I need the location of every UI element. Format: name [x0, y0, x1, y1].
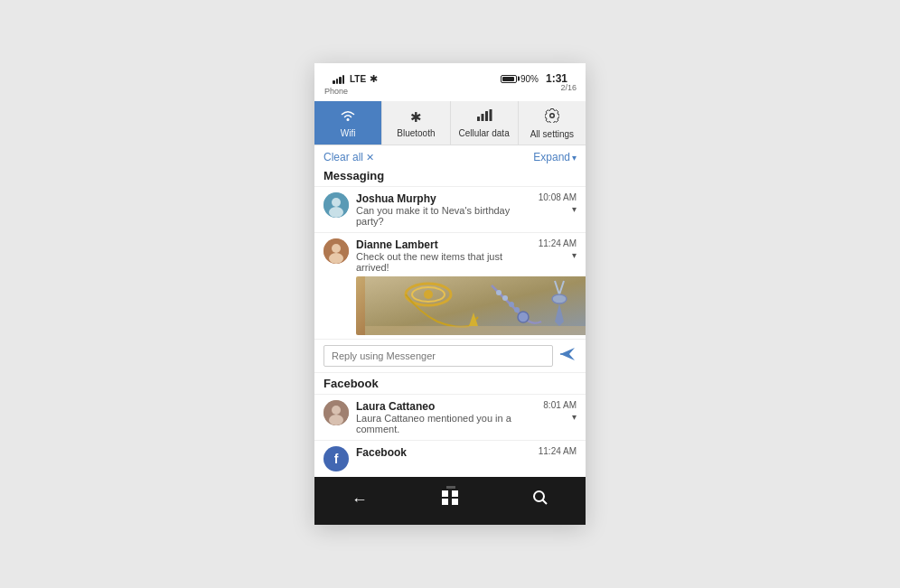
notif-text-dianne: Check out the new items that just arrive… [356, 251, 539, 273]
notif-item-facebook[interactable]: f Facebook 11:24 AM [314, 440, 586, 477]
notif-time-joshua: 10:08 AM ▾ [539, 192, 577, 214]
svg-rect-26 [442, 490, 448, 497]
notif-name-joshua: Joshua Murphy [356, 192, 539, 205]
status-right: 90% 1:31 [501, 72, 567, 85]
svg-rect-22 [365, 326, 586, 335]
clear-all-icon: ✕ [366, 152, 374, 163]
battery-icon [501, 75, 517, 83]
svg-point-21 [552, 294, 567, 303]
notif-time-facebook: 11:24 AM [539, 446, 577, 456]
svg-rect-3 [485, 111, 488, 121]
notif-content-dianne: Dianne Lambert Check out the new items t… [356, 238, 539, 273]
chevron-icon-dianne: ▾ [572, 250, 577, 260]
svg-point-6 [332, 198, 341, 207]
notif-header: Clear all ✕ Expand ▾ [314, 145, 586, 167]
notif-time-laura: 8:01 AM ▾ [543, 400, 577, 422]
home-icon [441, 491, 459, 509]
gear-icon [545, 108, 559, 126]
svg-point-25 [329, 415, 343, 425]
back-button[interactable]: ← [337, 487, 382, 513]
bottom-navigation-bar: ← [314, 477, 586, 525]
svg-point-17 [496, 290, 502, 295]
notif-time-dianne: 11:24 AM ▾ [539, 238, 577, 260]
bluetooth-label: Bluetooth [397, 128, 435, 138]
svg-rect-27 [452, 490, 458, 497]
phone-label: Phone [323, 87, 577, 96]
search-icon [532, 491, 548, 509]
svg-point-14 [424, 290, 433, 299]
svg-rect-1 [477, 117, 480, 121]
svg-point-7 [329, 207, 343, 218]
clear-all-label: Clear all [323, 151, 363, 163]
signal-bar-2 [336, 79, 339, 84]
qs-cellular[interactable]: Cellular data [451, 101, 519, 145]
svg-point-24 [332, 406, 341, 415]
reply-input[interactable] [323, 345, 553, 367]
expand-chevron-icon: ▾ [572, 153, 577, 163]
notif-item-laura[interactable]: Laura Cattaneo Laura Cattaneo mentioned … [314, 394, 586, 440]
notification-panel: Clear all ✕ Expand ▾ Messaging Joshua Mu… [314, 145, 586, 477]
signal-bar-3 [339, 77, 342, 84]
notif-name-laura: Laura Cattaneo [356, 400, 543, 413]
facebook-section-title: Facebook [314, 372, 586, 394]
battery-fill [502, 77, 514, 81]
svg-point-19 [509, 302, 514, 307]
back-icon: ← [352, 490, 368, 509]
settings-label: All settings [530, 129, 574, 139]
signal-bar-1 [333, 80, 335, 84]
notif-item-dianne[interactable]: Dianne Lambert Check out the new items t… [314, 232, 586, 339]
qs-bluetooth[interactable]: ✱ Bluetooth [382, 101, 450, 145]
notif-text-laura: Laura Cattaneo mentioned you in a commen… [356, 413, 543, 434]
notif-content-laura: Laura Cattaneo Laura Cattaneo mentioned … [356, 400, 543, 434]
send-button[interactable] [558, 346, 577, 367]
messaging-section-title: Messaging [314, 167, 586, 186]
avatar-facebook: f [323, 446, 349, 471]
qs-all-settings[interactable]: All settings [519, 101, 586, 145]
wifi-icon [340, 109, 356, 126]
notif-name-dianne: Dianne Lambert [356, 238, 539, 251]
signal-bars [333, 73, 344, 84]
svg-point-0 [347, 118, 350, 121]
svg-point-16 [518, 312, 529, 322]
svg-point-10 [329, 253, 343, 264]
phone-container: LTE ✱ 90% 1:31 Phone 2/16 [314, 63, 586, 525]
battery-percent: 90% [520, 74, 539, 84]
svg-point-9 [332, 244, 341, 253]
notif-item-joshua[interactable]: Joshua Murphy Can you make it to Neva's … [314, 186, 586, 232]
quick-settings: Wifi ✱ Bluetooth Cellular data [314, 101, 586, 145]
notif-content-facebook: Facebook [356, 446, 539, 459]
avatar-joshua [323, 192, 349, 218]
date-display: 2/16 [560, 83, 577, 92]
search-button[interactable] [518, 486, 563, 514]
bluetooth-icon: ✱ [370, 73, 378, 85]
chevron-icon-laura: ▾ [572, 412, 577, 422]
svg-rect-4 [489, 109, 492, 121]
svg-point-20 [514, 307, 520, 313]
home-button[interactable] [427, 486, 473, 514]
notif-content-joshua: Joshua Murphy Can you make it to Neva's … [356, 192, 539, 227]
expand-label: Expand [533, 151, 570, 163]
wifi-label: Wifi [341, 128, 356, 138]
bluetooth-icon-qs: ✱ [410, 109, 422, 126]
svg-point-30 [534, 491, 544, 501]
signal-bar-4 [342, 75, 345, 84]
expand-button[interactable]: Expand ▾ [533, 151, 577, 163]
avatar-dianne [323, 238, 349, 264]
svg-rect-29 [452, 499, 458, 505]
clear-all-button[interactable]: Clear all ✕ [323, 151, 374, 163]
chevron-icon-joshua: ▾ [572, 204, 577, 214]
cellular-label: Cellular data [459, 128, 510, 138]
lte-label: LTE [350, 74, 366, 84]
svg-point-18 [502, 295, 508, 301]
qs-wifi[interactable]: Wifi [314, 101, 382, 145]
svg-rect-28 [442, 499, 448, 505]
status-bar: LTE ✱ 90% 1:31 Phone 2/16 [314, 63, 586, 101]
jewelry-image-preview [356, 276, 586, 335]
notif-name-facebook: Facebook [356, 446, 539, 459]
svg-rect-2 [481, 114, 483, 121]
avatar-laura [323, 400, 349, 425]
reply-box [314, 339, 586, 372]
status-left: LTE ✱ [333, 73, 378, 85]
notif-text-joshua: Can you make it to Neva's birthday party… [356, 205, 539, 227]
cellular-icon [476, 109, 492, 126]
